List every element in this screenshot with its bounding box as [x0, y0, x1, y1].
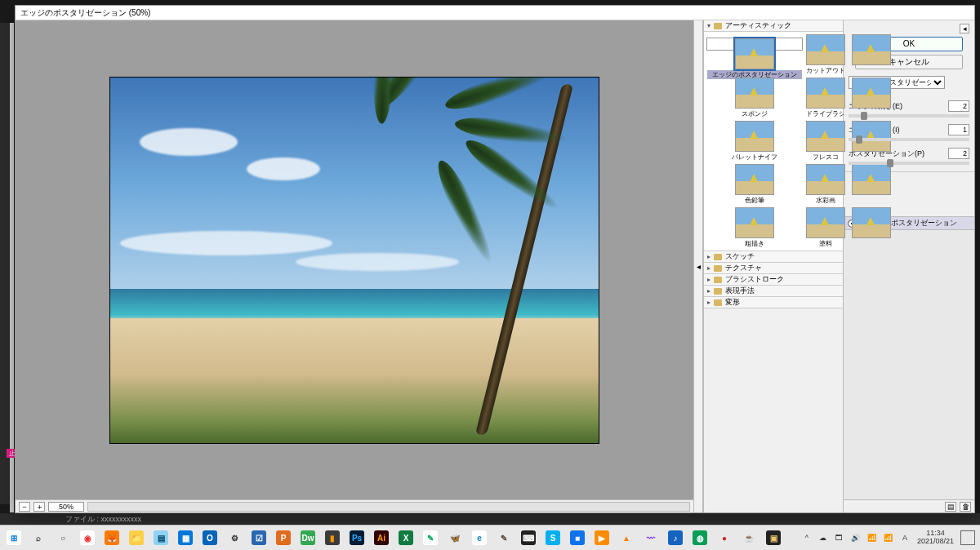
folder-icon — [714, 265, 722, 272]
taskbar-photos-icon[interactable]: ▦ — [173, 526, 198, 550]
param-slider[interactable] — [849, 138, 969, 141]
system-tray: ^☁🗔🔊📶📶A 11:34 2021/08/21 — [801, 530, 980, 546]
chevron-right-icon: ▸ — [707, 299, 710, 306]
filter-thumb[interactable]: ドライブラシ — [806, 78, 845, 118]
toggle-effects-button[interactable]: ◂ — [960, 24, 969, 33]
folder-icon — [714, 254, 722, 260]
tray-icon[interactable]: 🗔 — [834, 532, 845, 543]
taskbar-firefox-icon[interactable]: 🦊 — [100, 526, 124, 550]
tray-icon[interactable]: 📶 — [866, 532, 878, 543]
taskbar-clock[interactable]: 11:34 2021/08/21 — [917, 530, 954, 546]
vertical-ruler — [10, 23, 14, 512]
taskbar-notes-icon[interactable]: ▤ — [149, 526, 173, 550]
folder-icon — [714, 288, 722, 295]
category-header[interactable]: ▸ブラシストローク — [704, 274, 843, 286]
taskbar-brush-icon[interactable]: ✎ — [418, 526, 443, 550]
taskbar-butterfly-icon[interactable]: 🦋 — [443, 526, 467, 550]
filter-thumb[interactable]: カットアウト — [806, 34, 845, 75]
taskbar-vlc-icon[interactable]: ▲ — [614, 526, 639, 550]
taskbar-start-icon[interactable]: ⊞ — [2, 526, 26, 550]
preview-pane: − ＋ 50% — [16, 20, 693, 512]
taskbar-outlook-icon[interactable]: O — [198, 526, 222, 550]
preview-image[interactable] — [109, 77, 599, 444]
folder-icon — [714, 23, 722, 29]
zoom-out-button[interactable]: − — [19, 502, 30, 512]
chevron-down-icon: ▾ — [707, 22, 710, 29]
taskbar-cmd-icon[interactable]: ▣ — [761, 526, 786, 550]
taskbar-sublime-icon[interactable]: ▮ — [320, 526, 345, 550]
filter-thumb[interactable]: パレットナイフ — [706, 121, 803, 162]
category-header[interactable]: ▸テクスチャ — [704, 263, 843, 274]
filter-thumb[interactable]: 塗料 — [806, 207, 845, 248]
param-slider[interactable] — [849, 114, 969, 118]
category-header[interactable]: ▸表現手法 — [704, 286, 843, 297]
param-input[interactable] — [948, 124, 969, 135]
taskbar-skype-icon[interactable]: S — [541, 526, 565, 550]
filter-thumb[interactable]: スポンジ — [706, 78, 803, 118]
collapse-gallery-button[interactable]: ◂ — [693, 20, 703, 512]
tray-icon[interactable]: 🔊 — [850, 532, 862, 543]
preview-h-scrollbar[interactable] — [87, 502, 690, 512]
filter-thumb[interactable]: フレスコ — [806, 121, 845, 162]
delete-effect-button[interactable]: 🗑 — [960, 502, 971, 512]
category-label: アーティスティック — [725, 20, 791, 31]
filter-thumb[interactable]: 粗描き — [706, 207, 803, 248]
category-header[interactable]: ▸スケッチ — [704, 251, 843, 263]
chevron-right-icon: ▸ — [707, 276, 710, 283]
taskbar-illustrator-icon[interactable]: Ai — [369, 526, 394, 550]
taskbar-photoshop-icon[interactable]: Ps — [345, 526, 369, 550]
taskbar-wave-icon[interactable]: 〰 — [639, 526, 663, 550]
tray-icon[interactable]: 📶 — [883, 532, 894, 543]
folder-icon — [714, 299, 722, 306]
thumbnail-grid: エッジのポスタリゼーションカットアウトこするスポンジドライブラシネオン光彩パレッ… — [704, 32, 843, 251]
tray-icon[interactable]: ☁ — [817, 532, 829, 543]
taskbar-gimp-icon[interactable]: ✎ — [492, 526, 516, 550]
tray-icon[interactable]: A — [899, 532, 911, 543]
filter-category-panel: ▾ アーティスティック エッジのポスタリゼーションカットアウトこするスポンジドラ… — [703, 20, 844, 512]
windows-taskbar: ⊞⌕○◉🦊📁▤▦O⚙☑PDw▮PsAiX✎🦋e✎⌨S■▶▲〰♪◍●☕▣ ^☁🗔🔊… — [0, 525, 980, 550]
photoshop-tool-strip[interactable] — [0, 23, 10, 504]
param-input[interactable] — [948, 100, 969, 112]
dialog-title: エッジのポスタリゼーション (50%) — [16, 6, 974, 20]
taskbar-task-icon[interactable]: ☑ — [247, 526, 271, 550]
taskbar-meet-icon[interactable]: ■ — [565, 526, 590, 550]
taskbar-record-icon[interactable]: ● — [712, 526, 737, 550]
chevron-right-icon: ▸ — [707, 264, 710, 272]
zoom-level[interactable]: 50% — [48, 502, 84, 512]
chevron-right-icon: ▸ — [707, 253, 710, 260]
filter-thumb[interactable]: 水彩画 — [806, 164, 845, 205]
taskbar-cortana-icon[interactable]: ○ — [51, 526, 75, 550]
category-artistic-header[interactable]: ▾ アーティスティック — [704, 20, 843, 32]
param-slider[interactable] — [849, 162, 969, 165]
taskbar-dreamweaver-icon[interactable]: Dw — [296, 526, 320, 550]
taskbar-keys-icon[interactable]: ⌨ — [516, 526, 541, 550]
clock-date: 2021/08/21 — [917, 538, 954, 546]
taskbar-java-icon[interactable]: ☕ — [737, 526, 761, 550]
tray-icon[interactable]: ^ — [801, 532, 813, 543]
filter-thumb[interactable]: エッジのポスタリゼーション — [706, 38, 803, 51]
taskbar-edge-icon[interactable]: e — [467, 526, 492, 550]
taskbar-excel-icon[interactable]: X — [394, 526, 418, 550]
photoshop-status-bar: ファイル : xxxxxxxxxxx — [0, 513, 980, 525]
taskbar-music-icon[interactable]: ♪ — [663, 526, 688, 550]
taskbar-explorer-icon[interactable]: 📁 — [124, 526, 149, 550]
taskbar-chrome-icon[interactable]: ◉ — [75, 526, 100, 550]
folder-icon — [714, 277, 722, 283]
new-effect-button[interactable]: ▤ — [945, 502, 956, 512]
taskbar-globe-icon[interactable]: ◍ — [688, 526, 712, 550]
filter-gallery-dialog: エッジのポスタリゼーション (50%) − ＋ 50% — [15, 5, 975, 513]
taskbar-settings-icon[interactable]: ⚙ — [222, 526, 247, 550]
chevron-right-icon: ▸ — [707, 287, 710, 295]
taskbar-power-icon[interactable]: P — [271, 526, 296, 550]
filter-thumb[interactable]: 色鉛筆 — [706, 164, 803, 205]
action-center-icon[interactable] — [960, 530, 975, 545]
param-input[interactable] — [948, 148, 969, 159]
taskbar-search-icon[interactable]: ⌕ — [26, 526, 51, 550]
zoom-in-button[interactable]: ＋ — [33, 502, 45, 512]
effect-layers-panel: エッジのポスタリゼーション ▤ 🗑 — [844, 216, 974, 512]
category-header[interactable]: ▸変形 — [704, 297, 843, 308]
taskbar-play-icon[interactable]: ▶ — [590, 526, 614, 550]
